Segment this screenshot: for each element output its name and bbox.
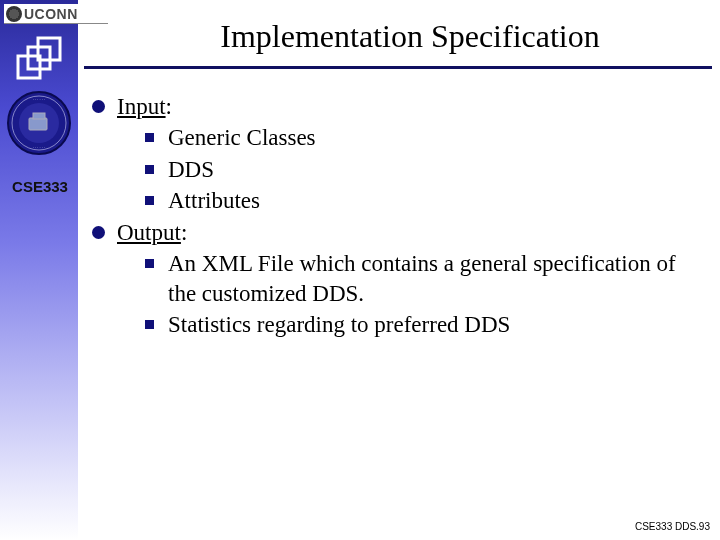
- sub-item-text: Attributes: [168, 186, 702, 215]
- uconn-seal-icon: [6, 6, 22, 22]
- svg-text:· · · · · ·: · · · · · ·: [33, 97, 45, 102]
- sub-item-text: DDS: [168, 155, 702, 184]
- sub-item: Attributes: [145, 186, 702, 215]
- bullet-item-output: Output: An XML File which contains a gen…: [92, 218, 702, 340]
- sub-item: Generic Classes: [145, 123, 702, 152]
- uconn-wordmark: UCONN: [24, 6, 78, 22]
- slide-title: Implementation Specification: [120, 18, 700, 55]
- department-seal-icon: · · · · · · · · · · · ·: [6, 90, 72, 156]
- windows-stack-icon: [14, 34, 64, 84]
- square-bullet-icon: [145, 196, 154, 205]
- sub-item: DDS: [145, 155, 702, 184]
- slide-footer: CSE333 DDS.93: [635, 521, 710, 532]
- sub-item-text: Generic Classes: [168, 123, 702, 152]
- square-bullet-icon: [145, 320, 154, 329]
- sub-item: Statistics regarding to preferred DDS: [145, 310, 702, 339]
- disc-bullet-icon: [92, 226, 105, 239]
- sub-item-text: An XML File which contains a general spe…: [168, 249, 702, 308]
- title-underline: [84, 66, 712, 69]
- course-code: CSE333: [4, 178, 76, 195]
- square-bullet-icon: [145, 165, 154, 174]
- square-bullet-icon: [145, 133, 154, 142]
- disc-bullet-icon: [92, 100, 105, 113]
- square-bullet-icon: [145, 259, 154, 268]
- bullet-heading: Input:: [117, 92, 702, 121]
- sub-item-text: Statistics regarding to preferred DDS: [168, 310, 702, 339]
- uconn-logo: UCONN: [4, 4, 108, 24]
- svg-rect-8: [29, 118, 47, 130]
- bullet-item-input: Input: Generic Classes DDS Attributes: [92, 92, 702, 216]
- sub-item: An XML File which contains a general spe…: [145, 249, 702, 308]
- slide-content: Input: Generic Classes DDS Attributes Ou…: [92, 90, 702, 340]
- svg-text:· · · · · ·: · · · · · ·: [33, 145, 45, 150]
- bullet-heading: Output:: [117, 218, 702, 247]
- svg-rect-9: [33, 113, 45, 119]
